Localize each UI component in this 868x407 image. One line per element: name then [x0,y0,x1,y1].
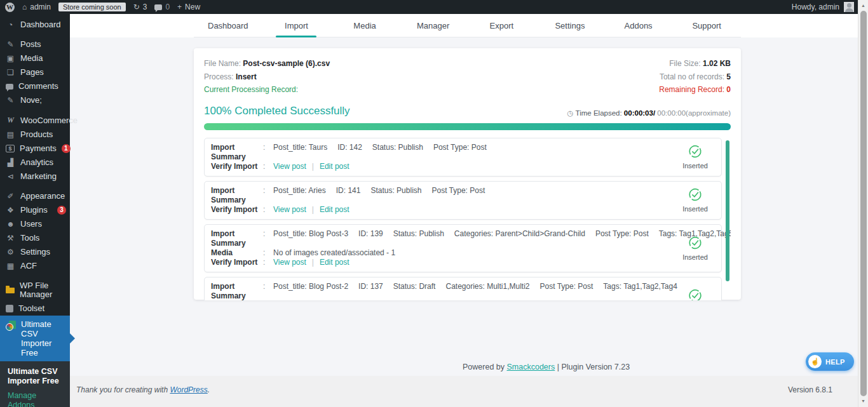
sidebar-item-marketing[interactable]: ⊲Marketing [0,170,70,183]
sidebar-item-dashboard[interactable]: ◔Dashboard [0,18,70,32]
summary-segment: Post_title: Aries [273,186,326,195]
summary-segment: Post_title: Blog Post-2 [273,282,348,291]
sidebar-item-ultimate-csv-importer-free[interactable]: Ultimate CSV Importer Free [0,316,70,361]
record-line-label: Import Summary [211,229,263,248]
record-summary: Post_title: AriesID: 141Status: PublishP… [273,186,495,205]
sidebar-item-tools[interactable]: ⚒Tools [0,231,70,245]
summary-segment: ID: 141 [336,186,361,195]
wordpress-link[interactable]: WordPress [170,385,207,394]
tab-addons[interactable]: Addons [604,14,673,37]
view-post-link[interactable]: View post [273,205,306,214]
view-post-link[interactable]: View post [273,258,306,267]
sidebar-item-label: Appearance [20,192,66,201]
edit-post-link[interactable]: Edit post [320,258,349,267]
sidebar-item-posts[interactable]: ✎Posts [0,37,70,51]
tab-dashboard[interactable]: Dashboard [194,14,262,37]
records-scrollbar-thumb[interactable] [726,140,729,281]
new-content-menu[interactable]: + New [177,3,200,11]
import-status-card: File Name: Post-csv-sample (6).csv Proce… [194,48,741,300]
sidebar-item-products[interactable]: ▤Products [0,128,70,142]
inserted-check-icon [687,143,703,160]
view-post-link[interactable]: View post [273,162,306,171]
browser-scrollbar[interactable]: ▲ ▼ [858,0,868,407]
link-separator: | [312,258,314,267]
colon: : [263,143,273,162]
sidebar-item-appearance[interactable]: ✐Appearance [0,189,70,203]
scrollbar-up-arrow[interactable]: ▲ [858,1,868,10]
help-button[interactable]: ☝ HELP [806,352,854,371]
record-summary: Post_title: Blog Post-2ID: 137Status: Dr… [273,282,688,300]
plugin-version-text: | Plugin Version 7.23 [555,363,630,371]
sidebar-item-label: Marketing [20,172,66,181]
progress-header: 100% Completed Successfully ◷Time Elapse… [204,105,731,117]
edit-post-link[interactable]: Edit post [320,162,349,171]
wordpress-menu[interactable]: W [5,3,15,12]
sidebar-item-pages[interactable]: ❏Pages [0,65,70,79]
file-size-label: File Size: [669,59,700,68]
updates-menu[interactable]: ↻ 3 [133,3,147,11]
tab-import[interactable]: Import [262,14,331,37]
sidebar-item-users[interactable]: ☻Users [0,217,70,231]
site-name[interactable]: ⌂ admin [22,3,51,11]
home-icon: ⌂ [22,3,27,11]
summary-segment: Categories: Multi1,Multi2 [445,282,529,291]
sidebar-item-label: WooCommerce [20,116,78,125]
smackcoders-link[interactable]: Smackcoders [506,363,555,371]
plus-icon: + [177,3,182,11]
file-name-value: Post-csv-sample (6).csv [243,59,330,68]
remaining-record-label: Remaining Record: [659,85,724,94]
colon: : [263,205,273,215]
edit-post-link[interactable]: Edit post [320,205,349,214]
tab-media[interactable]: Media [330,14,399,37]
inserted-check-icon [687,187,703,203]
settings-icon: ⚙ [6,248,15,257]
inserted-check-icon [687,234,703,251]
pin-icon: ✎ [6,40,15,49]
sidebar-item-label: Posts [20,40,66,49]
tab-settings[interactable]: Settings [536,14,604,37]
store-coming-soon-badge[interactable]: Store coming soon [58,3,126,11]
sidebar-item-acf[interactable]: ▦ACF [0,259,70,273]
sidebar-item-payments[interactable]: $Payments1 [0,142,70,156]
comments-menu[interactable]: 0 [154,3,170,11]
main-content: DashboardImportMediaManagerExportSetting… [70,14,858,407]
tab-support[interactable]: Support [672,14,741,37]
tab-export[interactable]: Export [468,14,536,37]
record-status: Inserted [675,143,715,171]
record-line-label: Verify Import [211,162,263,171]
admin-bar: W ⌂ admin Store coming soon ↻ 3 0 + New … [0,0,868,14]
scrollbar-thumb[interactable] [860,11,867,396]
sidebar-item-woocommerce[interactable]: WWooCommerce [0,113,70,128]
sidebar-item-comments[interactable]: Comments [0,79,70,93]
sidebar-item-nove[interactable]: ✎Nove; [0,93,70,107]
scrollbar-down-arrow[interactable]: ▼ [858,397,868,406]
record-verify: View post|Edit post [273,162,349,171]
record-line-label: Import Summary [211,186,263,205]
tab-manager[interactable]: Manager [399,14,468,37]
sidebar-item-media[interactable]: ▣Media [0,51,70,65]
inserted-check-icon [687,287,703,300]
summary-segment: Post_title: Blog Post-3 [273,229,348,238]
sidebar-item-settings[interactable]: ⚙Settings [0,245,70,259]
plugin-tab-bar: DashboardImportMediaManagerExportSetting… [70,14,858,37]
summary-segment: Post Type: Post [433,143,487,152]
submenu-item-manage-addons[interactable]: Manage Addons [0,389,70,407]
record-media: No of images created/associated - 1 [273,248,395,258]
import-record-row: Import Summary:Post_title: TaursID: 142S… [204,138,722,177]
sidebar-item-toolset[interactable]: Toolset [0,302,70,316]
admin-sidebar: ◔Dashboard✎Posts▣Media❏PagesComments✎Nov… [0,14,70,407]
time-elapsed-label: Time Elapsed: [576,109,624,117]
summary-segment: ID: 142 [337,143,362,152]
submenu-item-ultimate-csv-importer-free[interactable]: Ultimate CSV Importer Free [0,364,70,389]
count-badge: 1 [62,144,71,153]
record-line-label: Verify Import [211,205,263,215]
update-count: 3 [143,3,147,11]
record-verify: View post|Edit post [273,205,349,215]
sidebar-item-wp-file-manager[interactable]: WP File Manager [0,279,70,302]
howdy-menu[interactable]: Howdy, admin [792,3,839,11]
sidebar-item-analytics[interactable]: ▟Analytics [0,156,70,170]
colon: : [263,162,273,171]
file-info: File Name: Post-csv-sample (6).csv Proce… [204,57,731,97]
sidebar-item-plugins[interactable]: ❖Plugins3 [0,203,70,217]
sidebar-item-label: Pages [20,68,66,77]
